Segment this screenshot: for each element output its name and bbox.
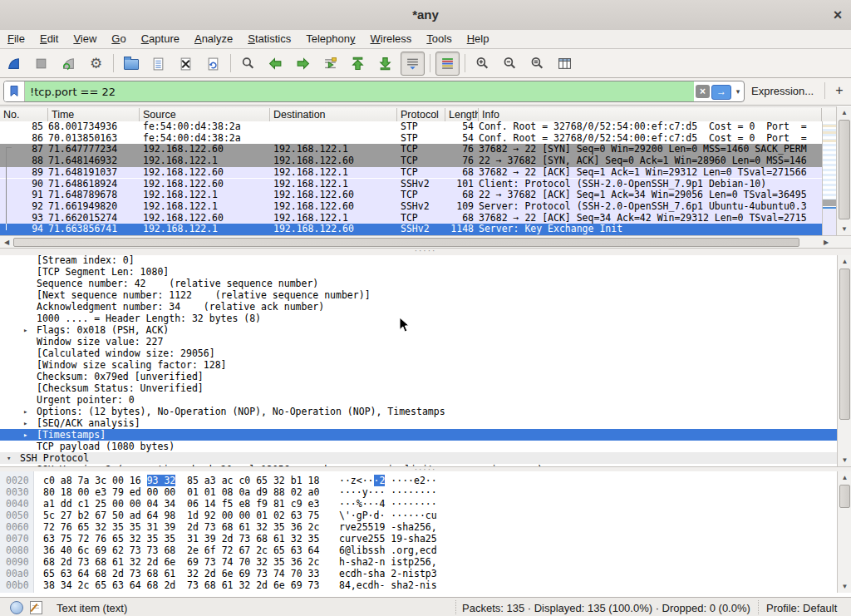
detail-line[interactable]: 1000 .... = Header Length: 32 bytes (8) [0,313,837,324]
column-header-protocol[interactable]: Protocol [401,109,445,121]
apply-filter-button[interactable]: → [711,85,731,100]
detail-line[interactable]: Acknowledgment number: 34 (relative ack … [0,301,837,313]
packet-row-88[interactable]: 8871.648146932192.168.122.1192.168.122.6… [0,155,822,167]
hex-row-0050[interactable]: 00505c 27 b2 67 50 ad 64 98 1d 92 00 00 … [0,510,837,521]
hex-row-0070[interactable]: 007063 75 72 76 65 32 35 35 31 39 2d 73 … [0,533,837,545]
capture-options-icon[interactable]: ⚙ [84,52,108,76]
menu-file[interactable]: File [0,30,32,47]
close-file-icon[interactable] [174,52,198,76]
hex-ascii[interactable]: ecdh-sha 2-nistp3 [339,568,437,579]
hex-bytes[interactable]: 63 75 72 76 65 32 35 35 31 39 2d 73 68 6… [43,533,319,545]
packet-row-94[interactable]: 9471.663856741192.168.122.1192.168.122.6… [0,224,822,235]
column-header-no[interactable]: No. [3,109,47,121]
go-first-icon[interactable] [346,52,370,76]
expand-icon[interactable]: ▸ [23,429,27,441]
column-divider[interactable] [396,108,397,121]
scrollbar-thumb[interactable] [13,238,799,247]
scroll-down-icon[interactable]: ▼ [838,456,851,464]
scroll-up-icon[interactable]: ▲ [838,474,851,481]
detail-line[interactable]: [Checksum Status: Unverified] [0,382,837,394]
scroll-left-icon[interactable]: ◀ [2,239,12,246]
expression-button[interactable]: Expression... [751,85,814,97]
zoom-in-icon[interactable] [470,52,494,76]
zoom-out-icon[interactable] [498,52,522,76]
detail-line[interactable]: ▾SSH Protocol [0,452,837,464]
hex-row-0020[interactable]: 0020c0 a8 7a 3c 00 16 93 32 85 a3 ac c0 … [0,475,837,486]
hex-bytes[interactable]: 65 63 64 68 2d 73 68 61 32 2d 6e 69 73 7… [43,568,319,579]
scroll-right-icon[interactable]: ▶ [821,239,831,246]
hex-ascii[interactable]: ····y··· ········ [339,486,437,498]
detail-line[interactable]: [Next sequence number: 1122 (relative se… [0,289,837,301]
column-divider[interactable] [139,108,140,121]
filter-history-caret[interactable]: ▾ [732,81,744,101]
column-header-source[interactable]: Source [143,109,269,121]
collapse-icon[interactable]: ▾ [7,452,11,464]
menu-view[interactable]: View [66,30,104,47]
bookmark-icon[interactable] [4,81,25,101]
hex-ascii[interactable]: ···%···4 ········ [339,498,437,510]
detail-line[interactable]: [Window size scaling factor: 128] [0,359,837,371]
hex-bytes[interactable]: 72 76 65 32 35 35 31 39 2d 73 68 61 32 3… [43,521,319,533]
detail-line[interactable]: ▸[Timestamps] [0,429,837,441]
detail-line[interactable]: Checksum: 0x79ed [unverified] [0,371,837,382]
status-profile[interactable]: Profile: Default [766,602,837,614]
packet-row-85[interactable]: 8568.001734936fe:54:00:d4:38:2aSTP54Conf… [0,121,822,133]
reload-file-icon[interactable] [201,52,225,76]
clear-filter-button[interactable]: × [696,85,710,98]
menu-wireless[interactable]: Wireless [363,30,420,47]
menu-go[interactable]: Go [104,30,133,47]
column-header-time[interactable]: Time [52,109,139,121]
bytes-scrollbar[interactable]: ▲▼ [837,471,851,593]
display-filter-input[interactable]: !tcp.port == 22 [25,81,694,101]
scrollbar-thumb[interactable] [839,120,850,219]
detail-line[interactable]: ▸Flags: 0x018 (PSH, ACK) [0,324,837,336]
column-header-info[interactable]: Info [482,109,820,121]
packet-row-87[interactable]: 8771.647777234192.168.122.60192.168.122.… [0,144,822,155]
scroll-up-icon[interactable]: ▲ [837,109,851,116]
detail-line[interactable]: Sequence number: 42 (relative sequence n… [0,278,837,289]
close-icon[interactable]: × [828,5,848,25]
expand-icon[interactable]: ▸ [23,406,27,417]
column-divider[interactable] [47,108,48,121]
column-header-length[interactable]: Length [449,109,478,121]
column-header-destination[interactable]: Destination [273,109,396,121]
zoom-reset-icon[interactable] [525,52,549,76]
hex-row-0090[interactable]: 009068 2d 73 68 61 32 2d 6e 69 73 74 70 … [0,556,837,568]
packet-row-89[interactable]: 8971.648191037192.168.122.60192.168.122.… [0,167,822,179]
hex-ascii[interactable]: 84,ecdh- sha2-nis [339,579,437,591]
detail-line[interactable]: [TCP Segment Len: 1080] [0,266,837,278]
details-scrollbar[interactable]: ▲▼ [837,255,851,466]
expert-info-icon[interactable] [10,601,23,614]
packet-row-90[interactable]: 9071.648618924192.168.122.60192.168.122.… [0,179,822,190]
menu-statistics[interactable]: Statistics [240,30,298,47]
packet-list-scrollbar[interactable]: ▲▼ [836,106,851,235]
hex-bytes[interactable]: 5c 27 b2 67 50 ad 64 98 1d 92 00 00 01 0… [43,510,319,521]
menu-tools[interactable]: Tools [419,30,459,47]
packet-row-91[interactable]: 9171.648789678192.168.122.1192.168.122.6… [0,190,822,201]
capture-comment-icon[interactable] [30,601,42,614]
detail-line[interactable]: Window size value: 227 [0,336,837,347]
hex-bytes[interactable]: 38 34 2c 65 63 64 68 2d 73 68 61 32 2d 6… [43,579,319,591]
hex-ascii[interactable]: curve255 19-sha25 [339,533,437,545]
packet-row-86[interactable]: 8670.013850163fe:54:00:d4:38:2aSTP54Conf… [0,133,822,145]
column-divider[interactable] [478,108,479,121]
add-filter-button[interactable]: + [831,81,848,100]
go-last-icon[interactable] [373,52,397,76]
hex-ascii[interactable]: h-sha2-n istp256, [339,556,437,568]
hex-row-0040[interactable]: 0040a1 dd c1 25 00 00 04 34 06 14 f5 e8 … [0,498,837,510]
hex-row-00b0[interactable]: 00b038 34 2c 65 63 64 68 2d 73 68 61 32 … [0,579,837,591]
detail-line[interactable]: ▸[SEQ/ACK analysis] [0,417,837,429]
detail-line[interactable]: ▸Options: (12 bytes), No-Operation (NOP)… [0,406,837,417]
auto-scroll-icon[interactable] [401,52,425,76]
detail-line[interactable]: [Calculated window size: 29056] [0,347,837,359]
detail-line[interactable]: [Stream index: 0] [0,255,837,266]
expand-icon[interactable]: ▸ [23,417,27,429]
hex-row-0030[interactable]: 003080 18 00 e3 79 ed 00 00 01 01 08 0a … [0,486,837,498]
scroll-down-icon[interactable]: ▼ [838,583,851,590]
hex-ascii[interactable]: ··z<···2 ····e2·· [339,475,437,486]
colorize-icon[interactable] [435,52,460,76]
start-capture-icon[interactable] [2,52,26,76]
hex-row-00a0[interactable]: 00a065 63 64 68 2d 73 68 61 32 2d 6e 69 … [0,568,837,579]
packet-row-92[interactable]: 9271.661949820192.168.122.1192.168.122.6… [0,201,822,213]
scroll-down-icon[interactable]: ▼ [837,225,851,233]
